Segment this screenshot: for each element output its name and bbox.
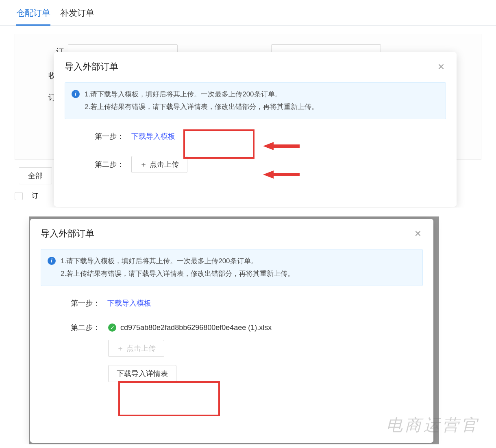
screenshot-bottom: 导入外部订单 × i 1.请下载导入模板，填好后将其上传。一次最多上传200条订… bbox=[0, 216, 496, 444]
list-col-label: 订 bbox=[32, 192, 38, 200]
plus-icon: ＋ bbox=[140, 160, 147, 169]
info-notice: i 1.请下载导入模板，填好后将其上传。一次最多上传200条订单。 2.若上传结… bbox=[65, 82, 446, 119]
step2-step2-block: 第二步： ✓ cd975ab80e2fad8bb6296800ef0e4aee … bbox=[71, 323, 433, 382]
success-check-icon: ✓ bbox=[108, 323, 116, 332]
modal-title: 导入外部订单 bbox=[65, 61, 118, 73]
upload-button[interactable]: ＋ 点击上传 bbox=[131, 156, 187, 173]
notice-line-2: 2.若上传结果有错误，请下载导入详情表，修改出错部分，再将其重新上传。 bbox=[85, 101, 318, 114]
info-icon-2: i bbox=[48, 257, 56, 265]
import-modal: 导入外部订单 × i 1.请下载导入模板，填好后将其上传。一次最多上传200条订… bbox=[54, 52, 457, 207]
notice2-line-1: 1.请下载导入模板，填好后将其上传。一次最多上传200条订单。 bbox=[61, 255, 294, 268]
download-details-button[interactable]: 下载导入详情表 bbox=[108, 365, 176, 382]
close-icon[interactable]: × bbox=[436, 60, 446, 73]
uploaded-filename: cd975ab80e2fad8bb6296800ef0e4aee (1).xls… bbox=[120, 323, 272, 332]
step-2-row: 第二步： ＋ 点击上传 bbox=[95, 156, 457, 173]
notice-line-1: 1.请下载导入模板，填好后将其上传。一次最多上传200条订单。 bbox=[85, 88, 318, 101]
info-icon: i bbox=[72, 90, 80, 98]
step2-step2-label: 第二步： bbox=[71, 323, 100, 332]
import-modal-state2: 导入外部订单 × i 1.请下载导入模板，填好后将其上传。一次最多上传200条订… bbox=[30, 219, 433, 443]
step2-step1-row: 第一步： 下载导入模板 bbox=[71, 298, 433, 308]
upload-button-label-2: 点击上传 bbox=[126, 343, 156, 353]
upload-button-disabled[interactable]: ＋ 点击上传 bbox=[108, 340, 164, 357]
filter-all-button[interactable]: 全部 bbox=[19, 167, 52, 184]
close-icon-2[interactable]: × bbox=[413, 227, 423, 240]
step-2-label: 第二步： bbox=[95, 160, 124, 169]
step2-step1-label: 第一步： bbox=[71, 298, 100, 308]
download-template-link-2[interactable]: 下载导入模板 bbox=[107, 298, 151, 308]
step-1-row: 第一步： 下载导入模板 bbox=[95, 131, 457, 141]
screenshot-top: 仓配订单 补发订单 订 收货 订单 全部 订 导入外部订单 bbox=[0, 0, 496, 208]
step-1-label: 第一步： bbox=[95, 131, 124, 141]
download-template-link[interactable]: 下载导入模板 bbox=[131, 131, 175, 141]
tab-warehouse-order[interactable]: 仓配订单 bbox=[16, 7, 50, 26]
upload-button-label: 点击上传 bbox=[150, 160, 179, 169]
download-details-label: 下载导入详情表 bbox=[117, 369, 168, 378]
select-all-checkbox[interactable] bbox=[15, 192, 23, 200]
plus-icon-2: ＋ bbox=[117, 343, 124, 353]
notice2-line-2: 2.若上传结果有错误，请下载导入详情表，修改出错部分，再将其重新上传。 bbox=[61, 268, 294, 280]
tabs: 仓配订单 补发订单 bbox=[0, 0, 496, 26]
modal-title-2: 导入外部订单 bbox=[41, 227, 94, 240]
info-notice-2: i 1.请下载导入模板，填好后将其上传。一次最多上传200条订单。 2.若上传结… bbox=[41, 249, 423, 286]
tab-reship-order[interactable]: 补发订单 bbox=[60, 7, 94, 25]
